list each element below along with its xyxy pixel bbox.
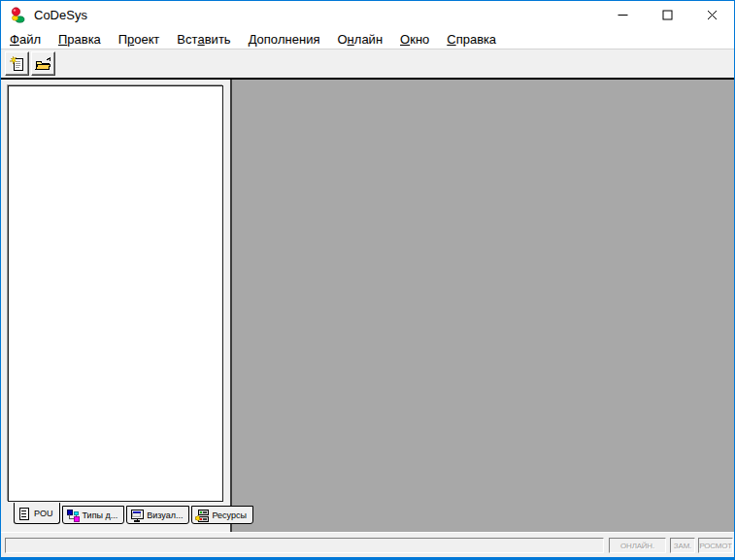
- menu-item-window[interactable]: Окно: [391, 29, 438, 49]
- toolbar: [1, 49, 734, 78]
- tab-label: Визуал...: [147, 511, 184, 520]
- minimize-icon: [618, 10, 628, 20]
- tab-label: Типы д...: [83, 511, 120, 520]
- open-folder-icon: [34, 55, 52, 73]
- minimize-button[interactable]: [600, 1, 645, 29]
- tab-label: POU: [34, 509, 55, 518]
- tab-visualizations[interactable]: Визуал...: [126, 506, 189, 524]
- main-content: POU Типы д...: [1, 80, 734, 532]
- menu-bar: Файл Правка Проект Вставить Дополнения О…: [1, 29, 734, 49]
- tab-resources[interactable]: Ресурсы: [191, 506, 253, 524]
- menu-item-extras[interactable]: Дополнения: [240, 29, 329, 49]
- menu-item-insert[interactable]: Вставить: [168, 29, 239, 49]
- status-overwrite: ЗАМ.: [670, 538, 695, 553]
- pou-list[interactable]: [8, 85, 223, 502]
- object-organizer-panel: POU Типы д...: [1, 80, 230, 532]
- title-bar: CoDeSys: [1, 1, 734, 29]
- status-readonly: ПРОСМОТР: [698, 538, 733, 553]
- new-document-icon: [9, 55, 26, 73]
- menu-item-help[interactable]: Справка: [438, 29, 505, 49]
- menu-item-project[interactable]: Проект: [110, 29, 169, 49]
- app-window: CoDeSys Файл Правка Проект Вставить Допо…: [0, 0, 735, 560]
- tab-pou[interactable]: POU: [14, 503, 60, 524]
- codesys-logo-icon: [10, 7, 27, 24]
- data-types-icon: [66, 509, 80, 522]
- close-icon: [707, 10, 718, 20]
- pou-icon: [17, 507, 31, 520]
- window-title: CoDeSys: [34, 8, 87, 22]
- menu-item-online[interactable]: Онлайн: [328, 29, 391, 49]
- open-file-button[interactable]: [31, 51, 55, 76]
- menu-item-edit[interactable]: Правка: [50, 29, 110, 49]
- close-button[interactable]: [689, 1, 734, 29]
- maximize-icon: [662, 10, 673, 20]
- mdi-workspace: [232, 80, 734, 532]
- window-controls: [600, 1, 734, 29]
- status-message: [5, 538, 604, 553]
- visualizations-icon: [130, 509, 144, 522]
- status-bar: ОНЛАЙН. ЗАМ. ПРОСМОТР: [1, 532, 734, 557]
- tab-data-types[interactable]: Типы д...: [62, 506, 125, 524]
- resources-icon: [195, 509, 209, 522]
- status-online: ОНЛАЙН.: [609, 538, 666, 553]
- maximize-button[interactable]: [645, 1, 689, 29]
- tab-label: Ресурсы: [212, 511, 249, 520]
- menu-item-file[interactable]: Файл: [1, 29, 50, 49]
- organizer-tabs: POU Типы д...: [14, 503, 253, 524]
- new-file-button[interactable]: [5, 51, 29, 76]
